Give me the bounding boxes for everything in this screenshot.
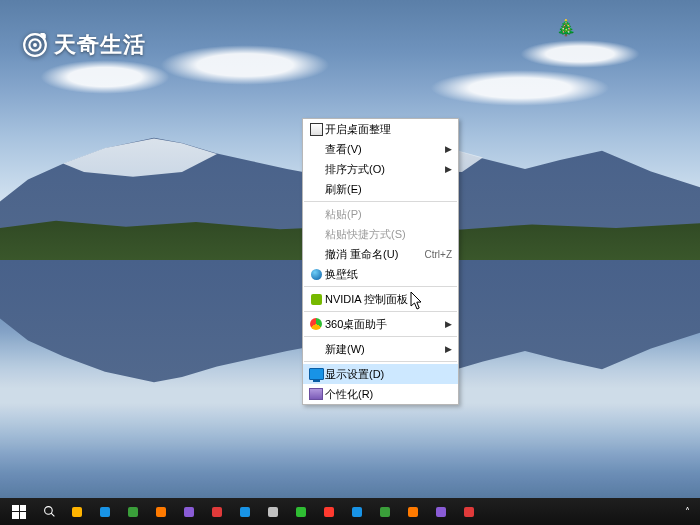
blank-icon	[307, 246, 325, 262]
app-icon	[128, 507, 138, 517]
app-icon	[240, 507, 250, 517]
app-icon	[352, 507, 362, 517]
taskbar-pinned-apps	[64, 500, 482, 523]
start-button[interactable]	[4, 500, 34, 523]
app-icon	[156, 507, 166, 517]
desktop[interactable]: 🎄 天奇生活 开启桌面整理查看(V)▶排序方式(O)▶刷新(E)粘贴(P)粘贴快…	[0, 0, 700, 525]
ctx-item-new[interactable]: 新建(W)▶	[303, 339, 458, 359]
taskbar-app-14[interactable]	[456, 500, 482, 523]
svg-line-4	[51, 513, 54, 516]
watermark-logo-icon	[22, 32, 48, 58]
ctx-item-nvidia[interactable]: NVIDIA 控制面板	[303, 289, 458, 309]
taskbar-app-8[interactable]	[288, 500, 314, 523]
taskbar-app-9[interactable]	[316, 500, 342, 523]
blank-icon	[307, 181, 325, 197]
360-icon	[307, 316, 325, 332]
taskbar-app-6[interactable]	[232, 500, 258, 523]
blank-icon	[307, 141, 325, 157]
svg-point-3	[44, 507, 52, 515]
watermark: 天奇生活	[22, 30, 146, 60]
chevron-right-icon: ▶	[445, 144, 452, 154]
ctx-item-personal[interactable]: 个性化(R)	[303, 384, 458, 404]
app-icon	[436, 507, 446, 517]
svg-point-2	[33, 43, 37, 47]
ctx-item-organize[interactable]: 开启桌面整理	[303, 119, 458, 139]
app-icon	[408, 507, 418, 517]
chevron-right-icon: ▶	[445, 164, 452, 174]
ctx-item-label: 撤消 重命名(U)	[325, 247, 417, 262]
ctx-item-shortcut: Ctrl+Z	[425, 249, 453, 260]
taskbar-app-7[interactable]	[260, 500, 286, 523]
tree-ornament-icon: 🎄	[556, 18, 576, 37]
app-icon	[100, 507, 110, 517]
ctx-item-undo[interactable]: 撤消 重命名(U)Ctrl+Z	[303, 244, 458, 264]
chevron-right-icon: ▶	[445, 344, 452, 354]
taskbar-app-13[interactable]	[428, 500, 454, 523]
blank-icon	[307, 341, 325, 357]
ctx-item-sort[interactable]: 排序方式(O)▶	[303, 159, 458, 179]
search-icon	[43, 505, 56, 518]
taskbar-app-0[interactable]	[64, 500, 90, 523]
taskbar-app-11[interactable]	[372, 500, 398, 523]
app-icon	[464, 507, 474, 517]
taskbar-search-button[interactable]	[36, 500, 62, 523]
ctx-item-display[interactable]: 显示设置(D)	[303, 364, 458, 384]
taskbar-app-1[interactable]	[92, 500, 118, 523]
ctx-item-label: 刷新(E)	[325, 182, 452, 197]
nvidia-icon	[307, 291, 325, 307]
ctx-item-360[interactable]: 360桌面助手▶	[303, 314, 458, 334]
watermark-text: 天奇生活	[54, 30, 146, 60]
organize-icon	[307, 121, 325, 137]
app-icon	[184, 507, 194, 517]
display-icon	[307, 366, 325, 382]
tray-chevron-up-icon[interactable]: ˄	[685, 506, 690, 517]
ctx-item-wallpaper[interactable]: 换壁纸	[303, 264, 458, 284]
ctx-item-paste: 粘贴(P)	[303, 204, 458, 224]
ctx-item-label: 360桌面助手	[325, 317, 439, 332]
app-icon	[212, 507, 222, 517]
ctx-item-label: 换壁纸	[325, 267, 452, 282]
ctx-item-label: NVIDIA 控制面板	[325, 292, 452, 307]
ctx-item-label: 查看(V)	[325, 142, 439, 157]
ctx-item-label: 粘贴(P)	[325, 207, 452, 222]
taskbar-app-12[interactable]	[400, 500, 426, 523]
cloud	[160, 45, 330, 85]
app-icon	[296, 507, 306, 517]
blank-icon	[307, 161, 325, 177]
ctx-item-label: 显示设置(D)	[325, 367, 452, 382]
ctx-item-label: 新建(W)	[325, 342, 439, 357]
system-tray[interactable]: ˄	[685, 506, 696, 517]
app-icon	[324, 507, 334, 517]
taskbar-app-2[interactable]	[120, 500, 146, 523]
ctx-item-label: 个性化(R)	[325, 387, 452, 402]
ctx-item-label: 排序方式(O)	[325, 162, 439, 177]
taskbar-app-3[interactable]	[148, 500, 174, 523]
app-icon	[380, 507, 390, 517]
wallpaper-icon	[307, 266, 325, 282]
taskbar[interactable]: ˄	[0, 498, 700, 525]
app-icon	[72, 507, 82, 517]
taskbar-app-10[interactable]	[344, 500, 370, 523]
chevron-right-icon: ▶	[445, 319, 452, 329]
cloud	[520, 40, 640, 68]
cloud	[40, 60, 170, 94]
taskbar-app-4[interactable]	[176, 500, 202, 523]
ctx-item-label: 粘贴快捷方式(S)	[325, 227, 452, 242]
windows-logo-icon	[12, 505, 26, 519]
ctx-item-paste-sc: 粘贴快捷方式(S)	[303, 224, 458, 244]
ctx-item-label: 开启桌面整理	[325, 122, 452, 137]
ctx-item-refresh[interactable]: 刷新(E)	[303, 179, 458, 199]
blank-icon	[307, 206, 325, 222]
desktop-context-menu[interactable]: 开启桌面整理查看(V)▶排序方式(O)▶刷新(E)粘贴(P)粘贴快捷方式(S)撤…	[302, 118, 459, 405]
cloud	[430, 70, 610, 106]
blank-icon	[307, 226, 325, 242]
ctx-item-view[interactable]: 查看(V)▶	[303, 139, 458, 159]
taskbar-app-5[interactable]	[204, 500, 230, 523]
app-icon	[268, 507, 278, 517]
personalize-icon	[307, 386, 325, 402]
